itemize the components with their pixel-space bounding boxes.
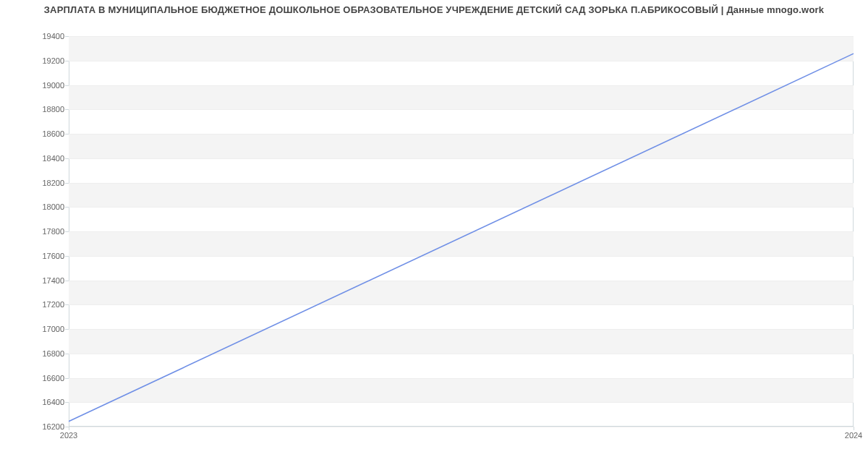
x-tick-mark [69,427,69,430]
y-tick-label: 16600 [42,374,64,383]
y-tick-label: 16200 [42,422,64,431]
y-tick-label: 16400 [42,398,64,406]
chart-container: ЗАРПЛАТА В МУНИЦИПАЛЬНОЕ БЮДЖЕТНОЕ ДОШКО… [0,0,868,470]
y-tick-label: 16800 [42,349,64,358]
series-line [69,54,854,422]
y-tick-label: 19200 [42,56,64,65]
y-tick-label: 17600 [42,252,64,260]
y-tick-label: 17800 [42,227,64,236]
y-tick-label: 17400 [42,276,64,285]
y-tick-label: 18800 [42,105,64,114]
x-tick-mark [854,427,854,430]
y-tick-label: 18000 [42,202,64,211]
y-tick-label: 18600 [42,129,64,138]
y-tick-label: 19000 [42,81,64,90]
y-tick-label: 17000 [42,325,64,333]
chart-title: ЗАРПЛАТА В МУНИЦИПАЛЬНОЕ БЮДЖЕТНОЕ ДОШКО… [0,4,868,15]
y-tick-label: 19400 [42,32,64,40]
y-tick-label: 18400 [42,154,64,163]
x-tick-label: 2024 [845,431,862,440]
y-tick-label: 18200 [42,179,64,187]
series-layer [69,36,854,427]
grid-line [69,427,854,427]
x-tick-label: 2023 [60,431,77,440]
plot-area: 1620016400166001680017000172001740017600… [69,36,854,427]
y-tick-label: 17200 [42,300,64,309]
